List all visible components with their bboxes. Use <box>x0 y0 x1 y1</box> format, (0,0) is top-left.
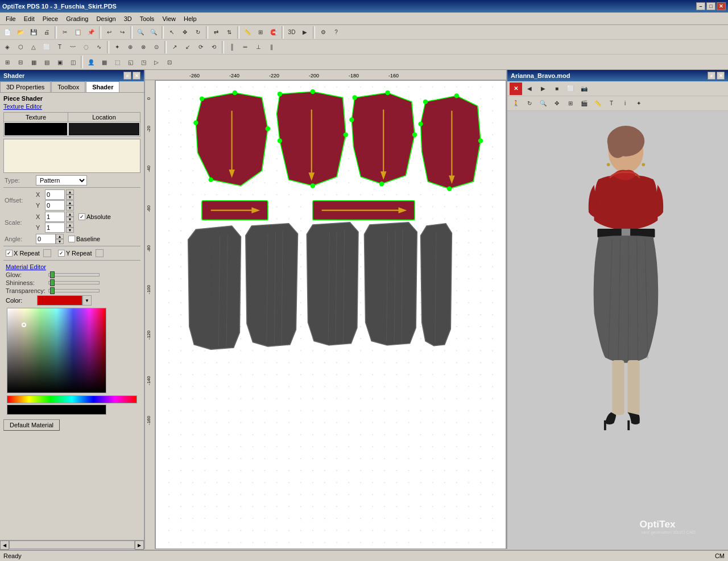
model-walk-icon[interactable]: 🚶 <box>510 97 522 110</box>
cut-icon[interactable]: ✂ <box>59 26 71 39</box>
tool26-icon[interactable]: ◫ <box>67 56 79 68</box>
shininess-slider[interactable] <box>48 281 100 284</box>
render-icon[interactable]: ▶ <box>299 26 311 39</box>
tool10-icon[interactable]: ⊕ <box>124 41 136 53</box>
tool24-icon[interactable]: ▤ <box>40 56 53 68</box>
model-stop-icon[interactable]: ✕ <box>510 82 522 95</box>
baseline-label[interactable]: Baseline <box>68 236 100 242</box>
model-viewport[interactable]: OptiTex next generation 3D/2D CAD <box>507 111 728 549</box>
angle-down[interactable]: ▼ <box>56 239 64 244</box>
tool29-icon[interactable]: ◳ <box>137 56 150 68</box>
hue-bar[interactable] <box>7 395 137 403</box>
y-repeat-label[interactable]: Y Repeat <box>58 250 92 257</box>
tool15-icon[interactable]: ⟳ <box>195 41 207 53</box>
y-repeat-checkbox[interactable] <box>58 250 65 257</box>
shader-panel-close[interactable]: ✕ <box>133 72 140 80</box>
minimize-button[interactable]: – <box>696 2 705 10</box>
tool18-icon[interactable]: ═ <box>239 41 251 53</box>
help-icon[interactable]: ? <box>330 26 342 39</box>
tool2-icon[interactable]: ⬡ <box>14 41 27 53</box>
menu-help[interactable]: Help <box>180 14 200 23</box>
scale-x-up[interactable]: ▲ <box>66 212 74 217</box>
x-repeat-checkbox[interactable] <box>6 250 13 257</box>
baseline-checkbox[interactable] <box>68 236 75 242</box>
tool27-icon[interactable]: ⬚ <box>111 56 123 68</box>
model-back-icon[interactable]: ◀ <box>523 82 536 95</box>
model-pan-icon[interactable]: ✥ <box>551 97 563 110</box>
save-icon[interactable]: 💾 <box>27 26 40 39</box>
transparency-thumb[interactable] <box>50 287 55 294</box>
tool20-icon[interactable]: ∥ <box>265 41 278 53</box>
model-stop2-icon[interactable]: ■ <box>551 82 563 95</box>
person-icon[interactable]: 👤 <box>85 56 97 68</box>
zoom-out-icon[interactable]: 🔍 <box>147 26 160 39</box>
picker-cursor[interactable] <box>22 323 26 327</box>
menu-edit[interactable]: Edit <box>20 14 38 23</box>
tool30-icon[interactable]: ▷ <box>150 56 163 68</box>
glow-slider[interactable] <box>48 273 100 277</box>
tool5-icon[interactable]: T <box>53 41 66 53</box>
redo-icon[interactable]: ↪ <box>116 26 129 39</box>
tool23-icon[interactable]: ▦ <box>27 56 40 68</box>
tool14-icon[interactable]: ↙ <box>181 41 194 53</box>
scroll-right-btn[interactable]: ▶ <box>135 541 144 550</box>
tool21-icon[interactable]: ⊞ <box>1 56 14 68</box>
grid2-icon[interactable]: ▦ <box>98 56 110 68</box>
scale-x-down[interactable]: ▼ <box>66 217 74 222</box>
model-info-icon[interactable]: i <box>619 97 631 110</box>
absolute-checkbox[interactable] <box>78 213 85 220</box>
flip-icon[interactable]: ⇅ <box>223 26 235 39</box>
bodice-piece-2[interactable] <box>277 89 348 188</box>
tool17-icon[interactable]: ║ <box>226 41 238 53</box>
tool31-icon[interactable]: ⊡ <box>163 56 176 68</box>
skirt-piece-2[interactable] <box>246 224 298 346</box>
tab-toolbox[interactable]: Toolbox <box>51 81 85 92</box>
grid-icon[interactable]: ⊞ <box>254 26 267 39</box>
menu-3d[interactable]: 3D <box>121 14 135 23</box>
offset-y-down[interactable]: ▼ <box>66 205 74 211</box>
tab-3d-properties[interactable]: 3D Properties <box>0 81 51 92</box>
maximize-button[interactable]: □ <box>706 2 715 10</box>
x-repeat-label[interactable]: X Repeat <box>6 250 40 257</box>
model-panel-pin[interactable]: # <box>708 72 715 80</box>
pattern-canvas[interactable] <box>155 80 506 549</box>
move-icon[interactable]: ✥ <box>179 26 191 39</box>
settings-icon[interactable]: ⚙ <box>317 26 329 39</box>
y-repeat-color[interactable] <box>96 249 104 257</box>
menu-design[interactable]: Design <box>93 14 119 23</box>
tool22-icon[interactable]: ⊟ <box>14 56 27 68</box>
table-row[interactable] <box>4 122 140 137</box>
offset-x-down[interactable]: ▼ <box>66 195 74 200</box>
model-record-icon[interactable]: ⬜ <box>564 82 577 95</box>
offset-x-up[interactable]: ▲ <box>66 189 74 195</box>
measure-icon[interactable]: 📏 <box>241 26 254 39</box>
skirt-piece-1[interactable] <box>188 226 241 349</box>
tool3-icon[interactable]: △ <box>27 41 40 53</box>
menu-tools[interactable]: Tools <box>136 14 158 23</box>
glow-thumb[interactable] <box>50 271 55 278</box>
offset-x-input[interactable] <box>45 189 65 200</box>
close-button[interactable]: ✕ <box>717 2 726 10</box>
bodice-piece-3[interactable] <box>349 90 417 187</box>
tool19-icon[interactable]: ⊥ <box>252 41 264 53</box>
menu-piece[interactable]: Piece <box>39 14 62 23</box>
model-camera-icon[interactable]: 📷 <box>578 82 590 95</box>
rotate-icon[interactable]: ↻ <box>192 26 204 39</box>
new-icon[interactable]: 📄 <box>1 26 14 39</box>
undo-icon[interactable]: ↩ <box>103 26 115 39</box>
bodice-piece-4[interactable] <box>418 93 483 191</box>
scale-x-input[interactable] <box>45 212 65 222</box>
transparency-slider[interactable] <box>48 289 100 292</box>
waistband-piece-1[interactable] <box>202 201 268 220</box>
offset-y-up[interactable]: ▲ <box>66 200 74 205</box>
scale-y-down[interactable]: ▼ <box>66 228 74 233</box>
tool1-icon[interactable]: ◈ <box>1 41 14 53</box>
open-icon[interactable]: 📂 <box>14 26 27 39</box>
absolute-label[interactable]: Absolute <box>78 213 111 220</box>
select-icon[interactable]: ↖ <box>166 26 178 39</box>
offset-y-input[interactable] <box>45 200 65 211</box>
menu-file[interactable]: File <box>2 14 19 23</box>
menu-view[interactable]: View <box>159 14 179 23</box>
color-swatch[interactable] <box>37 295 82 306</box>
skirt-piece-4[interactable] <box>365 222 417 345</box>
